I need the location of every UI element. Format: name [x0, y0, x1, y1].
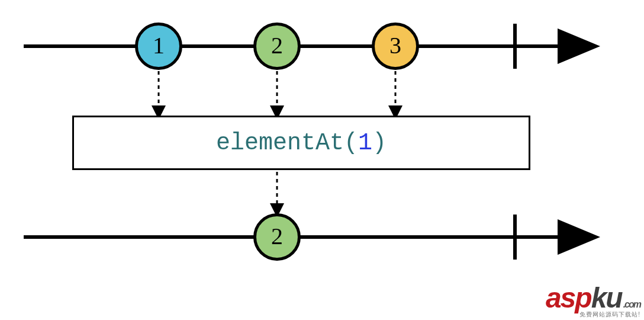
source-marble-1: 1 — [135, 23, 182, 70]
marble-value: 2 — [271, 31, 283, 59]
operator-name: elementAt — [216, 130, 344, 156]
operator-right-paren: ) — [372, 130, 387, 156]
marble-value: 3 — [389, 31, 401, 59]
operator-arg: 1 — [358, 130, 372, 156]
marble-value: 2 — [271, 222, 283, 250]
watermark: aspku.com 免费网站源码下载站! — [546, 281, 640, 319]
source-marble-2: 2 — [253, 23, 301, 70]
marble-value: 1 — [153, 31, 165, 59]
watermark-suffix: .com — [623, 299, 640, 309]
operator-left-paren: ( — [344, 130, 358, 156]
watermark-brand-b: ku — [591, 282, 622, 313]
result-marble-2: 2 — [253, 213, 301, 261]
watermark-brand-a: asp — [546, 282, 591, 313]
operator-box: elementAt(1) — [72, 116, 530, 170]
source-marble-3: 3 — [372, 23, 419, 70]
